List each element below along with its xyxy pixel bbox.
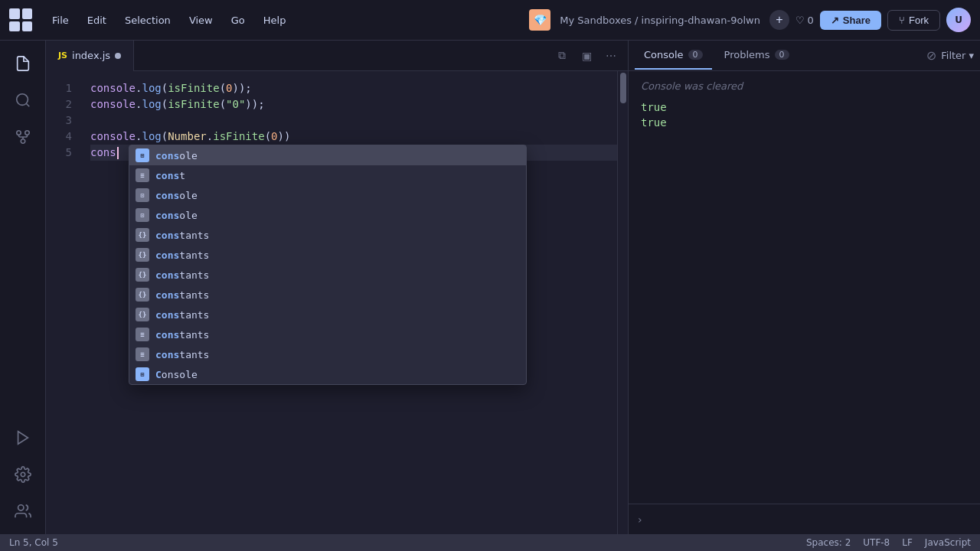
ac-icon-9: ≡: [136, 328, 149, 341]
ac-text-11: Console: [155, 367, 198, 383]
ac-icon-3: ⊡: [136, 208, 149, 222]
ac-icon-7: {}: [136, 288, 149, 302]
accounts-icon[interactable]: [6, 494, 40, 528]
svg-point-0: [16, 94, 28, 106]
ac-text-5: constants: [155, 247, 209, 263]
problems-badge: 0: [775, 50, 789, 60]
avatar[interactable]: U: [946, 8, 971, 32]
autocomplete-item-10[interactable]: ≡ constants: [129, 344, 526, 364]
editor-scrollbar[interactable]: [617, 71, 628, 534]
console-output-line-1: true: [641, 101, 968, 113]
menu-edit[interactable]: Edit: [80, 11, 114, 29]
menu-view[interactable]: View: [181, 11, 220, 29]
console-toolbar: ⊘ Filter ▾: [926, 48, 974, 63]
ac-icon-8: {}: [136, 308, 149, 321]
line-num-1: 1: [46, 80, 84, 96]
tab-problems[interactable]: Problems 0: [715, 42, 799, 70]
more-options-button[interactable]: ⋯: [600, 45, 622, 67]
code-editor[interactable]: 1 2 3 4 5 console.log(isFinite(0)); cons…: [46, 71, 628, 534]
js-file-icon: JS: [58, 51, 67, 60]
ac-text-0: console: [155, 148, 198, 164]
ac-text-3: console: [155, 207, 198, 223]
tab-console[interactable]: Console 0: [635, 42, 712, 70]
code-line-2: console.log(isFinite("0"));: [90, 96, 617, 112]
add-sandbox-button[interactable]: +: [769, 10, 789, 30]
editor-area: JS index.js ⧉ ▣ ⋯ 1 2 3 4 5 conso: [46, 41, 628, 534]
menubar: File Edit Selection View Go Help 💎 My Sa…: [0, 0, 980, 41]
tab-index-js[interactable]: JS index.js: [46, 41, 134, 71]
status-language[interactable]: JavaScript: [925, 537, 971, 548]
ac-icon-4: {}: [136, 228, 149, 242]
svg-point-2: [21, 139, 25, 144]
ac-icon-2: ⊡: [136, 188, 149, 202]
svg-point-8: [18, 505, 23, 510]
autocomplete-item-1[interactable]: ≡ const: [129, 165, 526, 185]
autocomplete-item-5[interactable]: {} constants: [129, 245, 526, 265]
fork-button[interactable]: ⑂ Fork: [887, 10, 940, 31]
ac-text-10: constants: [155, 347, 209, 363]
run-icon[interactable]: [6, 421, 40, 455]
activity-bar: [0, 41, 46, 534]
autocomplete-item-6[interactable]: {} constants: [129, 265, 526, 285]
autocomplete-item-3[interactable]: ⊡ console: [129, 205, 526, 225]
breadcrumb-path: My Sandboxes / inspiring-dhawan-9olwn: [560, 15, 760, 26]
text-cursor: [117, 147, 119, 159]
line-num-3: 3: [46, 112, 84, 129]
status-bar: Ln 5, Col 5 Spaces: 2 UTF-8 LF JavaScrip…: [0, 534, 980, 551]
ac-icon-0: ⊞: [136, 148, 149, 162]
svg-point-3: [16, 131, 21, 135]
gem-icon: 💎: [529, 9, 550, 31]
ac-text-7: constants: [155, 287, 209, 303]
svg-point-7: [21, 472, 25, 477]
ac-text-4: constants: [155, 227, 209, 243]
console-output: Console was cleared true true: [629, 71, 980, 504]
tab-modified-dot: [115, 53, 121, 59]
ac-text-1: const: [155, 168, 185, 184]
svg-line-1: [26, 103, 29, 106]
autocomplete-item-7[interactable]: {} constants: [129, 285, 526, 305]
filter-button[interactable]: Filter ▾: [941, 50, 974, 61]
ac-icon-10: ≡: [136, 347, 149, 361]
autocomplete-item-8[interactable]: {} constants: [129, 305, 526, 324]
split-editor-button[interactable]: ⧉: [551, 45, 573, 67]
svg-point-4: [24, 131, 29, 135]
menu-go[interactable]: Go: [224, 11, 253, 29]
menu-help[interactable]: Help: [256, 11, 294, 29]
ac-text-6: constants: [155, 267, 209, 283]
autocomplete-item-0[interactable]: ⊞ console: [129, 145, 526, 165]
menu-selection[interactable]: Selection: [117, 11, 178, 29]
clear-console-icon[interactable]: ⊘: [926, 48, 936, 63]
filter-chevron-icon: ▾: [969, 50, 974, 61]
search-icon[interactable]: [6, 83, 40, 117]
status-encoding[interactable]: UTF-8: [863, 537, 890, 548]
autocomplete-item-11[interactable]: ⊞ Console: [129, 364, 526, 384]
main-layout: JS index.js ⧉ ▣ ⋯ 1 2 3 4 5 conso: [0, 41, 980, 534]
code-content[interactable]: console.log(isFinite(0)); console.log(is…: [84, 71, 617, 534]
console-badge: 0: [688, 50, 703, 60]
line-num-5: 5: [46, 145, 84, 161]
status-spaces[interactable]: Spaces: 2: [806, 537, 851, 548]
git-icon[interactable]: [6, 120, 40, 154]
svg-marker-6: [18, 432, 28, 445]
filter-label: Filter: [941, 50, 965, 61]
autocomplete-item-2[interactable]: ⊡ console: [129, 185, 526, 205]
autocomplete-item-9[interactable]: ≡ constants: [129, 324, 526, 344]
files-icon[interactable]: [6, 47, 40, 80]
autocomplete-item-4[interactable]: {} constants: [129, 225, 526, 245]
ac-icon-5: {}: [136, 248, 149, 262]
line-num-4: 4: [46, 129, 84, 145]
code-line-3: [90, 112, 617, 129]
heart-count[interactable]: ♡ 0: [795, 15, 814, 26]
menu-file[interactable]: File: [44, 11, 77, 29]
settings-icon[interactable]: [6, 458, 40, 491]
autocomplete-dropdown[interactable]: ⊞ console ≡ const ⊡ console ⊡: [129, 145, 527, 385]
code-line-1: console.log(isFinite(0));: [90, 80, 617, 96]
ac-text-9: constants: [155, 327, 209, 343]
status-line-ending[interactable]: LF: [902, 537, 913, 548]
share-button[interactable]: ↗ Share: [820, 11, 881, 30]
expand-panel-icon[interactable]: ›: [638, 514, 642, 526]
status-right: Spaces: 2 UTF-8 LF JavaScript: [806, 537, 971, 548]
scroll-handle[interactable]: [620, 73, 626, 103]
preview-button[interactable]: ▣: [576, 45, 597, 67]
status-position[interactable]: Ln 5, Col 5: [9, 537, 58, 548]
